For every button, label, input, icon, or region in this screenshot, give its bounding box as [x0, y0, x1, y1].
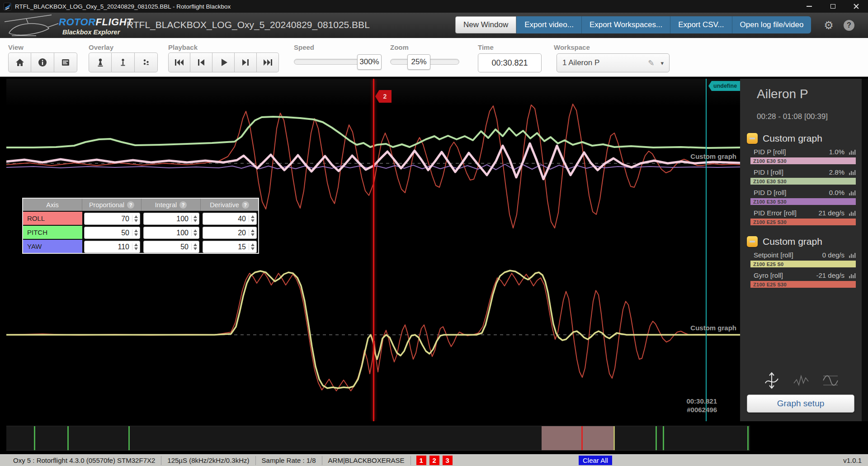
sidebar-gutter: [862, 79, 868, 421]
graph1-title: Custom graph: [690, 152, 736, 160]
timeline-event-tick: [613, 426, 615, 450]
workspace-label: Workspace: [554, 43, 590, 51]
field-gyro: Gyro [roll]-21 deg/s Z100 E25 S30: [747, 271, 856, 288]
zoom-value[interactable]: 25%: [407, 54, 430, 70]
curve-expo-bar[interactable]: Z100 E30 S30: [750, 178, 856, 185]
histogram-icon[interactable]: [849, 210, 856, 216]
pid-table: Axis Proportional? Integral? Derivative?…: [22, 198, 259, 254]
histogram-icon[interactable]: [849, 190, 856, 196]
histogram-icon[interactable]: [849, 149, 856, 155]
help-circle-icon[interactable]: ?: [127, 201, 134, 209]
bookmark-badge-3[interactable]: 3: [443, 456, 453, 465]
brand-logo: [1, 14, 60, 37]
new-window-button[interactable]: New Window: [455, 16, 516, 33]
home-button[interactable]: [8, 52, 31, 72]
stepper[interactable]: [249, 215, 255, 222]
jump-end-button[interactable]: [257, 52, 279, 72]
graph-section-2: Custom graph: [747, 236, 856, 247]
edit-pencil-icon[interactable]: ✎: [648, 58, 654, 68]
stepper[interactable]: [191, 215, 197, 222]
log-time-range: 00:28 - 01:08 [00:39]: [757, 112, 856, 121]
workspace-select[interactable]: 1 Aileron P ✎ ▾: [557, 53, 670, 72]
help-circle-icon[interactable]: ?: [179, 201, 187, 209]
help-icon[interactable]: ?: [844, 20, 854, 31]
help-circle-icon[interactable]: ?: [242, 201, 249, 209]
histogram-icon[interactable]: [849, 252, 856, 258]
log-list-button[interactable]: [54, 52, 77, 72]
stepper[interactable]: [132, 215, 138, 222]
graph-section-1: Custom graph: [747, 133, 856, 144]
collapse-toggle[interactable]: [747, 133, 758, 144]
curve-expo-bar[interactable]: Z100 E25 S30: [750, 281, 856, 288]
sticks-icon: [118, 57, 128, 68]
application-window: RTFL_BLACKBOX_LOG_Oxy_5_20240829_081025.…: [0, 0, 868, 466]
jump-start-button[interactable]: [168, 52, 190, 72]
pitch-p-input[interactable]: 50: [84, 227, 140, 239]
stepper[interactable]: [132, 243, 138, 250]
next-frame-button[interactable]: [235, 52, 257, 72]
speed-value[interactable]: 300%: [357, 54, 382, 70]
stepper[interactable]: [132, 229, 138, 236]
analyser-overlay-button[interactable]: [135, 52, 158, 72]
close-button[interactable]: [844, 0, 868, 13]
log-info-button[interactable]: [31, 52, 54, 72]
stepper[interactable]: [191, 229, 197, 236]
craft-overlay-button[interactable]: [89, 52, 112, 72]
stepper[interactable]: [249, 229, 255, 236]
roll-i-input[interactable]: 100: [143, 213, 199, 225]
pid-row-yaw: YAW 110 50 15: [23, 239, 258, 253]
yaw-i-input[interactable]: 50: [143, 241, 199, 253]
settings-gear-icon[interactable]: ⚙: [822, 19, 835, 32]
seek-timeline[interactable]: [6, 426, 750, 451]
pid-row-roll: ROLL 70 100 40: [23, 211, 258, 225]
export-workspaces-button[interactable]: Export Workspaces...: [582, 16, 670, 33]
sine-limits-icon[interactable]: [821, 371, 840, 390]
timeline-event-tick: [656, 426, 657, 450]
playback-section-label: Playback: [168, 43, 198, 51]
marker-flag-undefined[interactable]: undefine: [708, 81, 740, 91]
bookmark-badge-2[interactable]: 2: [429, 456, 439, 465]
zoom-vertical-icon[interactable]: [763, 371, 781, 390]
sticks-overlay-button[interactable]: [112, 52, 135, 72]
waveform-icon[interactable]: [793, 371, 810, 390]
minimize-button[interactable]: [797, 0, 821, 13]
yaw-d-input[interactable]: 15: [203, 241, 257, 253]
play-button[interactable]: [212, 52, 235, 72]
roll-p-input[interactable]: 70: [84, 213, 140, 225]
status-firmware: Oxy 5 : Rotorflight 4.3.0 (05570fe) STM3…: [7, 456, 161, 465]
curve-expo-bar[interactable]: Z100 E25 S0: [750, 261, 856, 267]
time-input[interactable]: 00:30.821: [478, 53, 542, 72]
minus-icon: [750, 138, 755, 139]
open-log-file-button[interactable]: Open log file/video: [732, 16, 811, 33]
timeline-event-tick: [128, 426, 130, 450]
export-csv-button[interactable]: Export CSV...: [670, 16, 732, 33]
workspace-title: Aileron P: [757, 87, 856, 101]
speed-slider[interactable]: [294, 59, 365, 65]
pitch-d-input[interactable]: 20: [203, 227, 257, 239]
histogram-icon[interactable]: [849, 169, 856, 176]
playback-cursor-line: [373, 79, 374, 421]
stepper[interactable]: [249, 243, 255, 250]
maximize-button[interactable]: [821, 0, 844, 13]
pid-col-integral: Integral?: [142, 199, 201, 211]
prev-frame-button[interactable]: [190, 52, 212, 72]
roll-d-input[interactable]: 40: [203, 213, 257, 225]
view-section-label: View: [8, 43, 24, 51]
pitch-i-input[interactable]: 100: [143, 227, 199, 239]
histogram-icon[interactable]: [849, 272, 856, 279]
collapse-toggle[interactable]: [747, 236, 758, 247]
curve-expo-bar[interactable]: Z100 E30 S30: [750, 157, 856, 164]
curve-expo-bar[interactable]: Z100 E30 S30: [750, 198, 856, 205]
log-graph-canvas[interactable]: 2 undefine Custom graph Custom graph 00:…: [6, 79, 740, 421]
zoom-label: Zoom: [390, 43, 409, 51]
curve-expo-bar[interactable]: Z100 E25 S30: [750, 219, 856, 225]
graph-setup-button[interactable]: Graph setup: [747, 395, 854, 413]
stepper[interactable]: [191, 243, 197, 250]
marker-cursor-line: [706, 79, 707, 421]
pid-row-pitch: PITCH 50 100 20: [23, 225, 258, 239]
yaw-p-input[interactable]: 110: [84, 241, 140, 253]
export-video-button[interactable]: Export video...: [516, 16, 582, 33]
field-pid-i: PID I [roll]2.8% Z100 E30 S30: [747, 168, 856, 185]
bookmark-badge-1[interactable]: 1: [416, 456, 426, 465]
clear-all-button[interactable]: Clear All: [579, 456, 612, 465]
